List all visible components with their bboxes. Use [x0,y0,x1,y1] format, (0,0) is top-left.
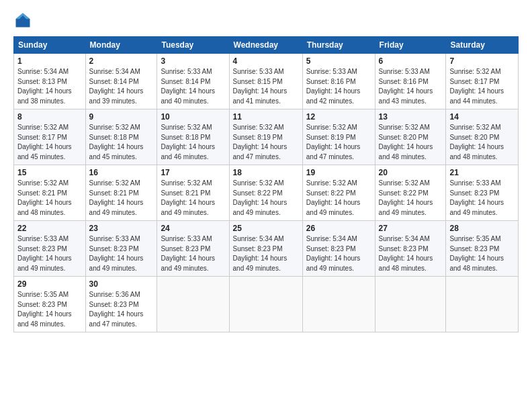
table-row: 25Sunrise: 5:34 AM Sunset: 8:23 PM Dayli… [229,221,302,277]
day-number: 3 [161,56,225,66]
day-detail: Sunrise: 5:35 AM Sunset: 8:23 PM Dayligh… [17,290,82,329]
table-row: 16Sunrise: 5:32 AM Sunset: 8:21 PM Dayli… [85,165,157,221]
table-row: 12Sunrise: 5:32 AM Sunset: 8:19 PM Dayli… [302,109,375,165]
day-number: 25 [233,224,299,233]
calendar-row: 15Sunrise: 5:32 AM Sunset: 8:21 PM Dayli… [14,165,519,221]
day-detail: Sunrise: 5:36 AM Sunset: 8:23 PM Dayligh… [89,290,154,329]
day-detail: Sunrise: 5:32 AM Sunset: 8:22 PM Dayligh… [233,179,299,218]
calendar-row: 8Sunrise: 5:32 AM Sunset: 8:17 PM Daylig… [14,109,519,165]
day-detail: Sunrise: 5:32 AM Sunset: 8:20 PM Dayligh… [449,123,515,162]
col-friday: Friday [375,37,446,54]
table-row: 15Sunrise: 5:32 AM Sunset: 8:21 PM Dayli… [14,165,86,221]
table-row: 3Sunrise: 5:33 AM Sunset: 8:14 PM Daylig… [157,54,229,109]
day-number: 10 [161,112,225,122]
day-detail: Sunrise: 5:32 AM Sunset: 8:19 PM Dayligh… [233,123,299,162]
table-row: 9Sunrise: 5:32 AM Sunset: 8:18 PM Daylig… [85,109,157,165]
calendar-row: 22Sunrise: 5:33 AM Sunset: 8:23 PM Dayli… [14,221,519,277]
day-number: 16 [89,168,154,177]
day-detail: Sunrise: 5:33 AM Sunset: 8:23 PM Dayligh… [17,234,82,273]
day-detail: Sunrise: 5:32 AM Sunset: 8:22 PM Dayligh… [379,179,443,218]
day-detail: Sunrise: 5:32 AM Sunset: 8:22 PM Dayligh… [306,179,371,218]
day-number: 20 [379,168,443,177]
table-row: 8Sunrise: 5:32 AM Sunset: 8:17 PM Daylig… [14,109,86,165]
table-row [302,277,375,332]
day-number: 4 [233,56,299,66]
day-detail: Sunrise: 5:33 AM Sunset: 8:15 PM Dayligh… [233,67,299,106]
day-detail: Sunrise: 5:35 AM Sunset: 8:23 PM Dayligh… [449,234,515,273]
header-row: Sunday Monday Tuesday Wednesday Thursday… [14,37,519,54]
day-number: 14 [449,112,515,122]
col-sunday: Sunday [14,37,86,54]
table-row: 30Sunrise: 5:36 AM Sunset: 8:23 PM Dayli… [85,277,157,332]
table-row: 27Sunrise: 5:34 AM Sunset: 8:23 PM Dayli… [375,221,446,277]
day-detail: Sunrise: 5:33 AM Sunset: 8:16 PM Dayligh… [379,67,443,106]
day-number: 7 [449,56,515,66]
day-number: 11 [233,112,299,122]
table-row: 5Sunrise: 5:33 AM Sunset: 8:16 PM Daylig… [302,54,375,109]
day-number: 15 [17,168,82,177]
col-wednesday: Wednesday [229,37,302,54]
table-row: 19Sunrise: 5:32 AM Sunset: 8:22 PM Dayli… [302,165,375,221]
day-number: 24 [161,224,225,233]
day-number: 19 [306,168,371,177]
day-number: 12 [306,112,371,122]
col-tuesday: Tuesday [157,37,229,54]
calendar: Sunday Monday Tuesday Wednesday Thursday… [13,36,519,332]
day-number: 27 [379,224,443,233]
day-number: 17 [161,168,225,177]
day-detail: Sunrise: 5:32 AM Sunset: 8:19 PM Dayligh… [306,123,371,162]
day-number: 28 [449,224,515,233]
day-detail: Sunrise: 5:34 AM Sunset: 8:23 PM Dayligh… [379,234,443,273]
table-row: 18Sunrise: 5:32 AM Sunset: 8:22 PM Dayli… [229,165,302,221]
col-monday: Monday [85,37,157,54]
table-row: 4Sunrise: 5:33 AM Sunset: 8:15 PM Daylig… [229,54,302,109]
day-number: 6 [379,56,443,66]
day-detail: Sunrise: 5:32 AM Sunset: 8:18 PM Dayligh… [89,123,154,162]
day-number: 29 [17,279,82,289]
day-number: 21 [449,168,515,177]
day-detail: Sunrise: 5:32 AM Sunset: 8:18 PM Dayligh… [161,123,225,162]
header [13,11,519,30]
table-row: 23Sunrise: 5:33 AM Sunset: 8:23 PM Dayli… [85,221,157,277]
table-row: 14Sunrise: 5:32 AM Sunset: 8:20 PM Dayli… [446,109,519,165]
day-detail: Sunrise: 5:32 AM Sunset: 8:21 PM Dayligh… [17,179,82,218]
table-row: 13Sunrise: 5:32 AM Sunset: 8:20 PM Dayli… [375,109,446,165]
day-detail: Sunrise: 5:33 AM Sunset: 8:23 PM Dayligh… [449,179,515,218]
day-detail: Sunrise: 5:33 AM Sunset: 8:16 PM Dayligh… [306,67,371,106]
table-row: 20Sunrise: 5:32 AM Sunset: 8:22 PM Dayli… [375,165,446,221]
day-detail: Sunrise: 5:32 AM Sunset: 8:17 PM Dayligh… [17,123,82,162]
table-row [375,277,446,332]
table-row: 26Sunrise: 5:34 AM Sunset: 8:23 PM Dayli… [302,221,375,277]
col-saturday: Saturday [446,37,519,54]
table-row: 22Sunrise: 5:33 AM Sunset: 8:23 PM Dayli… [14,221,86,277]
day-number: 2 [89,56,154,66]
logo-icon [13,11,32,30]
day-number: 22 [17,224,82,233]
table-row: 7Sunrise: 5:32 AM Sunset: 8:17 PM Daylig… [446,54,519,109]
calendar-row: 29Sunrise: 5:35 AM Sunset: 8:23 PM Dayli… [14,277,519,332]
day-detail: Sunrise: 5:32 AM Sunset: 8:17 PM Dayligh… [449,67,515,106]
day-number: 1 [17,56,82,66]
day-number: 18 [233,168,299,177]
day-detail: Sunrise: 5:34 AM Sunset: 8:23 PM Dayligh… [233,234,299,273]
table-row: 29Sunrise: 5:35 AM Sunset: 8:23 PM Dayli… [14,277,86,332]
logo [13,11,35,30]
calendar-row: 1Sunrise: 5:34 AM Sunset: 8:13 PM Daylig… [14,54,519,109]
table-row: 1Sunrise: 5:34 AM Sunset: 8:13 PM Daylig… [14,54,86,109]
day-detail: Sunrise: 5:34 AM Sunset: 8:23 PM Dayligh… [306,234,371,273]
day-detail: Sunrise: 5:33 AM Sunset: 8:23 PM Dayligh… [161,234,225,273]
day-number: 23 [89,224,154,233]
day-detail: Sunrise: 5:32 AM Sunset: 8:21 PM Dayligh… [161,179,225,218]
day-detail: Sunrise: 5:33 AM Sunset: 8:14 PM Dayligh… [161,67,225,106]
day-detail: Sunrise: 5:34 AM Sunset: 8:13 PM Dayligh… [17,67,82,106]
day-number: 9 [89,112,154,122]
table-row: 11Sunrise: 5:32 AM Sunset: 8:19 PM Dayli… [229,109,302,165]
col-thursday: Thursday [302,37,375,54]
table-row: 17Sunrise: 5:32 AM Sunset: 8:21 PM Dayli… [157,165,229,221]
day-number: 26 [306,224,371,233]
day-detail: Sunrise: 5:34 AM Sunset: 8:14 PM Dayligh… [89,67,154,106]
day-detail: Sunrise: 5:32 AM Sunset: 8:20 PM Dayligh… [379,123,443,162]
day-number: 8 [17,112,82,122]
table-row: 2Sunrise: 5:34 AM Sunset: 8:14 PM Daylig… [85,54,157,109]
table-row [446,277,519,332]
